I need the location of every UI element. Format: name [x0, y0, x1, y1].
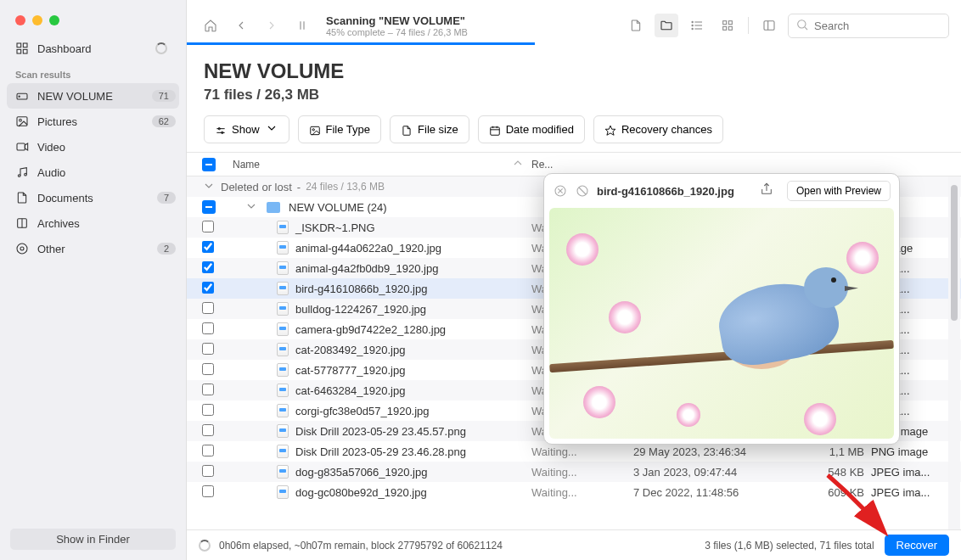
sliders-icon — [215, 124, 227, 136]
file-row[interactable]: dog-gc080be92d_1920.jpg Waiting... 7 Dec… — [187, 482, 961, 502]
sidebar-item-other[interactable]: Other 2 — [0, 236, 186, 261]
show-in-finder-button[interactable]: Show in Finder — [10, 529, 176, 550]
filter-date-modified-button[interactable]: Date modified — [478, 115, 585, 143]
scrollbar-thumb[interactable] — [951, 185, 958, 321]
file-name: animal-g44a0622a0_1920.jpg — [295, 242, 441, 255]
footer: 0h06m elapsed, ~0h07m remain, block 2779… — [187, 529, 961, 560]
forward-button[interactable] — [260, 14, 284, 37]
svg-rect-3 — [23, 49, 27, 53]
view-list-button[interactable] — [685, 14, 709, 37]
minimize-button[interactable] — [32, 15, 42, 25]
svg-marker-9 — [25, 143, 27, 150]
sidebar-item-label: Archives — [37, 217, 176, 230]
file-recovery-status: Waiting... — [531, 445, 633, 458]
svg-rect-36 — [310, 126, 319, 134]
pause-button[interactable] — [290, 14, 314, 37]
view-folder-button[interactable] — [655, 14, 678, 37]
chevron-down-icon — [244, 199, 258, 216]
file-checkbox[interactable] — [202, 384, 214, 395]
svg-rect-27 — [728, 26, 732, 30]
file-row[interactable]: dog-g835a57066_1920.jpg Waiting... 3 Jan… — [187, 462, 961, 482]
svg-rect-26 — [723, 26, 727, 30]
file-icon — [277, 282, 289, 295]
file-checkbox[interactable] — [202, 404, 214, 416]
scrollbar[interactable] — [948, 176, 960, 529]
sidebar-item-audio[interactable]: Audio — [0, 160, 186, 185]
file-checkbox[interactable] — [202, 485, 214, 497]
file-name: _ISKDR~1.PNG — [295, 221, 375, 234]
filter-file-type-button[interactable]: File Type — [298, 115, 382, 143]
file-checkbox[interactable] — [202, 282, 214, 294]
svg-rect-38 — [490, 126, 499, 134]
calendar-icon — [489, 124, 501, 136]
file-icon — [277, 404, 289, 417]
sidebar-item-badge: 2 — [157, 243, 176, 255]
file-checkbox[interactable] — [202, 445, 214, 456]
view-doc-button[interactable] — [624, 14, 648, 37]
search-input[interactable] — [814, 20, 941, 32]
home-button[interactable] — [199, 14, 222, 37]
toggle-sidebar-button[interactable] — [757, 14, 781, 37]
file-icon — [277, 465, 289, 479]
file-checkbox[interactable] — [202, 363, 214, 375]
file-name: Disk Drill 2023-05-29 23.45.57.png — [295, 425, 466, 438]
filter-recovery-chances-button[interactable]: Recovery chances — [593, 115, 723, 143]
recover-button[interactable]: Recover — [885, 535, 949, 556]
toolbar-subtitle: 45% complete – 74 files / 26,3 MB — [326, 27, 617, 37]
open-with-preview-button[interactable]: Open with Preview — [787, 181, 891, 201]
column-name[interactable]: Name — [224, 156, 531, 172]
sidebar-item-label: NEW VOLUME — [37, 90, 152, 103]
file-icon — [277, 445, 289, 458]
content-header: NEW VOLUME 71 files / 26,3 MB — [187, 44, 961, 115]
filter-date-modified-label: Date modified — [506, 123, 574, 136]
sort-icon — [511, 156, 525, 172]
filter-show-button[interactable]: Show — [204, 115, 289, 143]
svg-rect-28 — [764, 21, 774, 31]
file-icon — [277, 363, 289, 377]
file-checkbox[interactable] — [202, 343, 214, 355]
toolbar-divider — [748, 17, 749, 34]
svg-point-23 — [692, 28, 693, 29]
select-all-checkbox[interactable] — [202, 158, 216, 171]
back-button[interactable] — [229, 14, 253, 37]
sidebar-item-archives[interactable]: Archives — [0, 210, 186, 236]
file-checkbox[interactable] — [202, 221, 214, 232]
sidebar-item-video[interactable]: Video — [0, 134, 186, 160]
audio-icon — [15, 165, 29, 179]
column-recovery[interactable]: Re... — [531, 159, 633, 171]
file-checkbox[interactable] — [202, 241, 214, 253]
column-checkbox[interactable] — [187, 158, 224, 171]
file-size: 548 KB — [803, 466, 871, 479]
file-name: Disk Drill 2023-05-29 23.46.28.png — [295, 445, 466, 458]
close-preview-icon[interactable] — [553, 183, 568, 199]
filter-file-size-button[interactable]: File size — [390, 115, 469, 143]
file-name: bulldog-1224267_1920.jpg — [295, 303, 426, 316]
scanning-spinner-icon — [199, 540, 211, 552]
sidebar-item-label: Video — [37, 141, 176, 154]
folder-checkbox[interactable] — [202, 200, 216, 214]
svg-point-21 — [692, 21, 693, 22]
file-checkbox[interactable] — [202, 302, 214, 314]
group-label: Deleted or lost — [221, 181, 292, 193]
file-checkbox[interactable] — [202, 322, 214, 334]
sidebar-dashboard[interactable]: Dashboard — [0, 36, 186, 61]
share-icon[interactable] — [760, 182, 777, 199]
sidebar: Dashboard Scan results NEW VOLUME 71 Pic… — [0, 0, 187, 560]
file-checkbox[interactable] — [202, 424, 214, 436]
drive-icon — [15, 89, 29, 103]
maximize-button[interactable] — [49, 15, 59, 25]
star-icon — [604, 124, 616, 136]
sidebar-item-pictures[interactable]: Pictures 62 — [0, 109, 186, 134]
file-checkbox[interactable] — [202, 261, 214, 273]
svg-point-11 — [25, 173, 27, 176]
svg-rect-1 — [23, 43, 27, 48]
sidebar-item-documents[interactable]: Documents 7 — [0, 185, 186, 210]
view-grid-button[interactable] — [716, 14, 739, 37]
close-button[interactable] — [15, 15, 25, 25]
svg-rect-6 — [17, 117, 27, 126]
file-icon — [277, 424, 289, 438]
sidebar-item-new-volume[interactable]: NEW VOLUME 71 — [7, 83, 179, 109]
file-date: 29 May 2023, 23:46:34 — [633, 445, 803, 458]
search-field[interactable] — [788, 14, 949, 38]
file-checkbox[interactable] — [202, 465, 214, 477]
